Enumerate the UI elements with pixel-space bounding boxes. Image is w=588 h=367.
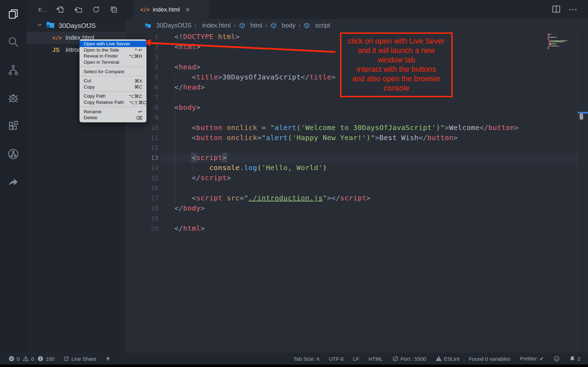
split-editor-icon[interactable] (552, 5, 561, 15)
status-item-smiley-icon[interactable] (553, 355, 560, 362)
annotation-box: click on open with Live Severand it will… (340, 32, 453, 97)
status-item-lightning-icon[interactable] (105, 355, 111, 362)
breadcrumb-item-index-html[interactable]: index.html (199, 22, 231, 29)
folder-icon (46, 20, 55, 31)
status-item-html[interactable]: HTML (369, 356, 383, 362)
status-item-label: HTML (369, 356, 383, 362)
line-number: 10 (137, 123, 158, 133)
code-line-8: <body> (174, 102, 201, 113)
code-line-10: <button onclick = "alert('Welcome to 30D… (174, 123, 519, 133)
code-line-11: <button onclick="alert('Happy New Year!'… (174, 133, 458, 143)
status-left: 00100Live Share (8, 355, 111, 362)
menu-item-label: Select for Compare (84, 69, 142, 74)
tree-indent-guide (69, 32, 69, 56)
breadcrumb-label: 30DaysOfJS (156, 22, 191, 29)
minimap[interactable] (545, 32, 578, 353)
overview-ruler-border (578, 32, 578, 353)
breadcrumb-label: body (282, 22, 295, 29)
tab-index-html[interactable]: </> index.html × (134, 0, 209, 19)
menu-item-copy[interactable]: Copy⌘C (80, 84, 146, 90)
breadcrumb-item-body[interactable]: body (270, 22, 295, 29)
close-icon[interactable]: × (186, 6, 190, 14)
more-actions-icon[interactable]: ⋯ (568, 4, 578, 15)
status-item-warning-filled-icon-eslint[interactable]: ESLint (436, 355, 459, 362)
menu-item-shortcut: ⌥⌘R (129, 53, 142, 59)
tab-label: index.html (153, 6, 180, 13)
extensions-icon[interactable] (0, 116, 27, 136)
breadcrumb-separator: › (195, 22, 196, 29)
sidebar-item-root-folder[interactable]: 30DaysOfJS (27, 20, 126, 32)
new-file-icon[interactable] (56, 6, 65, 14)
status-item-warning-triangle-icon-0[interactable]: 0 (23, 355, 34, 362)
search-icon[interactable] (0, 32, 27, 52)
files-icon[interactable] (0, 4, 27, 24)
live-share-icon (63, 355, 69, 362)
explorer-title: E... (38, 7, 47, 13)
menu-item-copy-path[interactable]: Copy Path⌥⌘C (80, 93, 146, 99)
bug-icon[interactable] (0, 88, 27, 108)
breadcrumb-item-html[interactable]: html (239, 22, 262, 29)
menu-item-rename[interactable]: Rename↩ (80, 108, 146, 115)
status-item-prettier-[interactable]: Prettier: ✔ (520, 355, 544, 362)
status-item-live-share-icon-live-share[interactable]: Live Share (63, 355, 97, 362)
code-line-5: <title>30DaysOfJavaScript</title> (174, 72, 336, 82)
editor-actions: ⋯ (552, 0, 578, 19)
status-item-label: ESLint (444, 356, 459, 362)
line-number: 15 (137, 173, 158, 183)
share-arrow-icon[interactable] (0, 172, 27, 192)
line-number: 11 (137, 133, 158, 143)
html-code-icon: </> (52, 35, 63, 41)
line-number: 14 (137, 163, 158, 173)
scrollbar-thumb[interactable] (580, 114, 583, 120)
status-item-utf-8[interactable]: UTF-8 (329, 356, 344, 362)
new-folder-icon[interactable] (74, 6, 83, 14)
menu-item-delete[interactable]: Delete⌫ (80, 115, 146, 121)
line-number: 20 (137, 223, 158, 234)
menu-item-label: Rename (84, 109, 134, 114)
menu-item-cut[interactable]: Cut⌘X (80, 78, 146, 84)
menu-item-shortcut: ⌘X (134, 78, 142, 84)
context-menu: Open with Live ServerOpen to the Side^ ↩… (80, 39, 146, 122)
code-line-1: <!DOCTYPE html> (174, 32, 240, 42)
menu-item-open-with-live-server[interactable]: Open with Live Server (80, 41, 146, 47)
breadcrumb: 30DaysOfJS›index.html›html›body›script (126, 19, 588, 32)
source-control-icon[interactable] (0, 60, 27, 80)
collapse-all-icon[interactable] (110, 6, 118, 14)
menu-item-label: Copy Relative Path (84, 100, 124, 105)
status-item-error-circle-icon-0[interactable]: 0 (8, 355, 20, 362)
menu-item-open-in-terminal[interactable]: Open in Terminal (80, 59, 146, 66)
menu-item-open-to-the-side[interactable]: Open to the Side^ ↩ (80, 47, 146, 53)
breadcrumb-label: script (315, 22, 330, 29)
error-circle-icon (8, 355, 15, 362)
status-item-label: LF (353, 356, 359, 362)
smiley-icon (553, 355, 560, 362)
code-line-14: console.log('Hello, World') (174, 163, 327, 173)
status-item-bell-icon-2[interactable]: 2 (569, 355, 580, 362)
menu-item-label: Open to the Side (84, 47, 130, 53)
status-item-info-circle-icon-100[interactable]: 100 (37, 355, 54, 362)
breadcrumb-item-script[interactable]: script (303, 22, 330, 29)
menu-item-reveal-in-finder[interactable]: Reveal in Finder⌥⌘R (80, 53, 146, 59)
menu-item-shortcut: ^ ↩ (135, 47, 142, 53)
menu-separator (80, 107, 146, 107)
overview-ruler-marker (578, 112, 588, 114)
breadcrumb-item-30DaysOfJS[interactable]: 30DaysOfJS (145, 22, 191, 29)
breadcrumb-label: index.html (202, 22, 231, 29)
status-item-lf[interactable]: LF (353, 356, 359, 362)
status-item-found-0-variables[interactable]: Found 0 variables (469, 356, 510, 362)
status-item-label: 0 (31, 356, 34, 362)
menu-item-copy-relative-path[interactable]: Copy Relative Path⌥⇧⌘C (80, 99, 146, 106)
lightning-icon (105, 355, 111, 362)
code-line-6: </head> (174, 82, 205, 92)
refresh-icon[interactable] (92, 6, 100, 14)
status-item-tab-size-4[interactable]: Tab Size: 4 (293, 356, 319, 362)
menu-item-select-for-compare[interactable]: Select for Compare (80, 68, 146, 75)
status-item-port-slash-icon-port-5500[interactable]: Port : 5500 (392, 355, 426, 362)
menu-separator (80, 76, 146, 76)
window-bottom-edge (0, 365, 588, 367)
code-line-15: </script> (174, 173, 231, 183)
status-item-label: 2 (578, 356, 580, 362)
status-item-label: 100 (46, 356, 54, 362)
breadcrumb-label: html (250, 22, 262, 29)
circle-branch-icon[interactable] (0, 144, 27, 164)
